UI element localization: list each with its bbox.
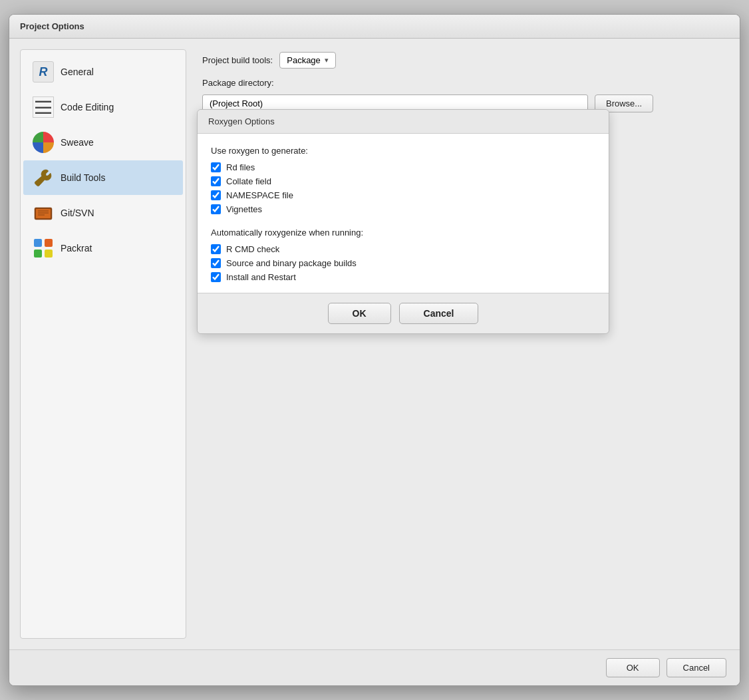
dialog-body: R General ▬▬▬ ▬▬▬ ▬▬▬ Code Editing	[9, 39, 740, 649]
namespace-file-checkbox[interactable]	[211, 190, 221, 200]
r-icon: R	[33, 61, 54, 83]
ok-button[interactable]: OK	[606, 658, 660, 677]
source-binary-label: Source and binary package builds	[226, 258, 357, 268]
title-bar: Project Options	[9, 15, 740, 39]
namespace-file-label: NAMESPACE file	[226, 190, 293, 200]
rd-files-label: Rd files	[226, 162, 255, 172]
sidebar-label-packrat: Packrat	[61, 243, 92, 254]
r-cmd-check-label: R CMD check	[226, 244, 279, 254]
svg-rect-8	[45, 250, 53, 258]
git-svn-icon	[33, 202, 54, 224]
sidebar-item-general[interactable]: R General	[23, 55, 183, 89]
svg-rect-1	[36, 209, 51, 218]
roxygen-dialog-footer: OK Cancel	[198, 293, 609, 333]
r-cmd-check-row: R CMD check	[211, 244, 595, 254]
build-tools-icon	[33, 167, 54, 188]
roxygen-ok-button[interactable]: OK	[328, 303, 391, 324]
svg-rect-6	[45, 239, 53, 247]
cancel-button[interactable]: Cancel	[667, 658, 726, 677]
build-tools-value: Package	[287, 55, 321, 65]
install-restart-checkbox[interactable]	[211, 272, 221, 282]
bottom-bar: OK Cancel	[9, 649, 740, 685]
roxygen-options-dialog: Roxygen Options Use roxygen to generate:…	[197, 109, 609, 334]
project-options-dialog: Project Options R General ▬▬▬ ▬▬▬ ▬▬▬	[9, 14, 740, 686]
vignettes-row: Vignettes	[211, 204, 595, 214]
sidebar-label-git-svn: Git/SVN	[61, 208, 94, 218]
code-editing-icon: ▬▬▬ ▬▬▬ ▬▬▬	[33, 96, 54, 118]
collate-field-checkbox[interactable]	[211, 176, 221, 186]
main-content: Project build tools: Package ▾ Package d…	[197, 49, 729, 639]
source-binary-row: Source and binary package builds	[211, 258, 595, 268]
collate-field-label: Collate field	[226, 176, 271, 186]
packrat-icon	[33, 238, 54, 259]
roxygen-dialog-title: Roxygen Options	[198, 110, 609, 134]
sidebar-item-git-svn[interactable]: Git/SVN	[23, 196, 183, 230]
package-dir-label: Package directory:	[202, 78, 274, 88]
sidebar-item-code-editing[interactable]: ▬▬▬ ▬▬▬ ▬▬▬ Code Editing	[23, 90, 183, 124]
roxygen-cancel-button[interactable]: Cancel	[399, 303, 479, 324]
r-cmd-check-checkbox[interactable]	[211, 244, 221, 254]
sidebar-item-build-tools[interactable]: Build Tools	[23, 160, 183, 195]
svg-rect-7	[34, 250, 42, 258]
package-dir-row: Package directory: Browse...	[202, 78, 724, 112]
sidebar-label-build-tools: Build Tools	[61, 172, 105, 183]
collate-field-row: Collate field	[211, 176, 595, 186]
vignettes-label: Vignettes	[226, 204, 262, 214]
source-binary-checkbox[interactable]	[211, 258, 221, 268]
namespace-file-row: NAMESPACE file	[211, 190, 595, 200]
sidebar-label-sweave: Sweave	[61, 137, 94, 148]
sidebar-label-code-editing: Code Editing	[61, 102, 114, 112]
install-restart-row: Install and Restart	[211, 272, 595, 282]
svg-rect-5	[34, 239, 42, 247]
build-tools-row: Project build tools: Package ▾	[202, 52, 724, 69]
build-tools-label: Project build tools:	[202, 55, 273, 65]
build-tools-dropdown[interactable]: Package ▾	[279, 52, 336, 69]
sweave-icon	[33, 132, 54, 153]
install-restart-label: Install and Restart	[226, 272, 296, 282]
auto-label: Automatically roxygenize when running:	[211, 228, 595, 238]
dropdown-arrow-icon: ▾	[325, 56, 329, 65]
rd-files-checkbox[interactable]	[211, 162, 221, 172]
sidebar-label-general: General	[61, 67, 94, 77]
sidebar-item-sweave[interactable]: Sweave	[23, 125, 183, 160]
sidebar: R General ▬▬▬ ▬▬▬ ▬▬▬ Code Editing	[20, 49, 186, 639]
roxygen-dialog-body: Use roxygen to generate: Rd files Collat…	[198, 134, 609, 293]
dialog-title: Project Options	[20, 21, 84, 31]
sidebar-item-packrat[interactable]: Packrat	[23, 231, 183, 265]
rd-files-row: Rd files	[211, 162, 595, 172]
vignettes-checkbox[interactable]	[211, 204, 221, 214]
generate-label: Use roxygen to generate:	[211, 146, 595, 156]
